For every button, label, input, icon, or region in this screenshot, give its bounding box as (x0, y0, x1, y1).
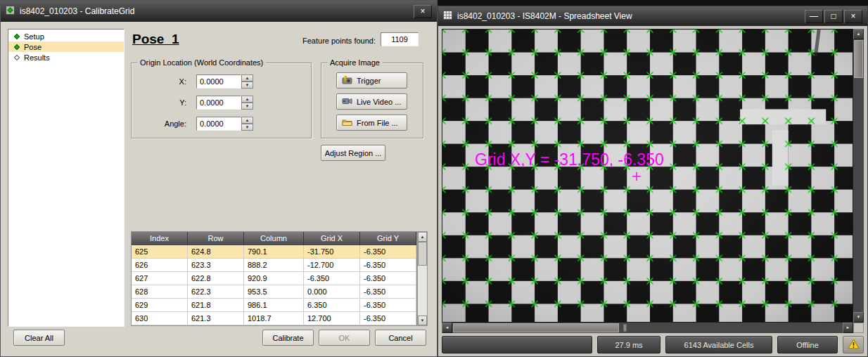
spreadsheet-app-icon (443, 10, 452, 22)
adjust-region-button[interactable]: Adjust Region ... (321, 145, 385, 161)
calibrate-window-titlebar[interactable]: is8402_010203 - CalibrateGrid × (1, 1, 437, 22)
window-controls: — □ × (803, 10, 862, 23)
scroll-down-icon[interactable]: ▼ (853, 312, 864, 323)
cell-row: 621.3 (188, 312, 244, 325)
y-spin-up-icon[interactable]: ▲ (241, 96, 253, 103)
cell-grid-x: 12.700 (304, 312, 360, 325)
tree-item-label: Results (24, 53, 50, 62)
trigger-button[interactable]: Trigger (336, 72, 407, 89)
tree-item-setup[interactable]: Setup (8, 31, 124, 41)
table-row[interactable]: 630621.31018.712.700-6.350 (132, 312, 416, 325)
scroll-up-icon[interactable]: ▲ (853, 29, 864, 39)
close-icon[interactable]: × (844, 10, 862, 23)
status-acquisition-time: 27.9 ms (597, 336, 660, 353)
close-icon[interactable]: × (414, 5, 432, 18)
cell-index: 628 (132, 285, 188, 299)
horizontal-scrollbar-thumb[interactable] (453, 323, 619, 332)
cell-index: 626 (132, 259, 188, 272)
y-input[interactable]: 0.0000 ▲ ▼ (196, 96, 253, 110)
image-view-area: Grid X,Y = -31.750, -6.350 ▲ ▼ ◄ ► (442, 29, 864, 333)
calibrate-button[interactable]: Calibrate (262, 330, 314, 346)
scroll-down-icon[interactable]: ▼ (418, 316, 427, 325)
calibrate-window-title: is8402_010203 - CalibrateGrid (20, 6, 134, 16)
live-video-button[interactable]: Live Video ... (336, 93, 407, 110)
clear-all-button[interactable]: Clear All (13, 330, 65, 346)
image-viewport[interactable]: Grid X,Y = -31.750, -6.350 (442, 29, 853, 323)
tree-panel: Setup Pose Results (8, 29, 125, 327)
cell-row: 624.8 (188, 245, 244, 259)
angle-label: Angle: (132, 117, 186, 131)
cell-column: 920.9 (244, 272, 304, 285)
x-spinner: ▲ ▼ (241, 74, 253, 89)
y-spinner: ▲ ▼ (241, 96, 253, 110)
cell-grid-y: -6.350 (360, 312, 416, 325)
ok-button[interactable]: OK (319, 330, 370, 346)
y-spin-down-icon[interactable]: ▼ (241, 103, 253, 110)
x-spin-down-icon[interactable]: ▼ (241, 82, 253, 89)
angle-spinner: ▲ ▼ (241, 117, 253, 131)
cancel-button[interactable]: Cancel (375, 330, 426, 346)
column-header: Column (244, 232, 304, 245)
maximize-icon[interactable]: □ (824, 10, 843, 23)
table-scrollbar[interactable]: ▲ ▼ (417, 231, 428, 326)
x-label: X: (132, 74, 186, 89)
cell-column: 986.1 (244, 299, 304, 312)
diamond-hollow-icon (14, 54, 20, 60)
table-row[interactable]: 627622.8920.9-6.350-6.350 (132, 272, 416, 285)
cell-row: 622.8 (188, 272, 244, 285)
cell-grid-y: -6.350 (360, 245, 416, 259)
table-scrollbar-thumb[interactable] (418, 242, 427, 266)
pane-splitter-handle[interactable] (623, 324, 627, 332)
desktop: is8402_010203 - CalibrateGrid × Setup Po… (0, 0, 868, 357)
folder-icon (342, 118, 352, 128)
scroll-left-icon[interactable]: ◄ (442, 323, 452, 333)
x-input[interactable]: 0.0000 ▲ ▼ (196, 74, 253, 89)
cell-grid-x: -31.750 (304, 245, 360, 259)
diamond-icon (14, 33, 20, 39)
cell-index: 627 (132, 272, 188, 285)
y-input-value[interactable]: 0.0000 (196, 96, 241, 110)
status-warning-indicator[interactable] (843, 336, 864, 353)
status-segment-main (442, 336, 592, 353)
diamond-icon (14, 44, 20, 49)
table-row[interactable]: 628622.3953.50.000-6.350 (132, 285, 416, 299)
scroll-up-icon[interactable]: ▲ (418, 232, 427, 242)
from-file-button[interactable]: From File ... (336, 115, 407, 131)
spreadsheet-view-window: is8402_010203 - IS8402M - Spreadsheet Vi… (438, 6, 868, 357)
cell-grid-x: -12.700 (304, 259, 360, 272)
vertical-scrollbar[interactable]: ▲ ▼ (853, 29, 864, 323)
tree-item-pose[interactable]: Pose (8, 41, 124, 52)
cell-row: 622.3 (188, 285, 244, 299)
tree-item-results[interactable]: Results (8, 52, 124, 63)
cell-column: 1018.7 (244, 312, 304, 325)
angle-input[interactable]: 0.0000 ▲ ▼ (196, 117, 253, 131)
tree-item-label: Setup (24, 32, 44, 41)
pose-title: Pose 1 (132, 32, 179, 47)
feature-points-label: Feature points found: (240, 37, 376, 45)
cell-grid-y: -6.350 (360, 272, 416, 285)
angle-spin-up-icon[interactable]: ▲ (241, 117, 253, 124)
horizontal-scrollbar[interactable]: ◄ ► (442, 323, 853, 333)
x-spin-up-icon[interactable]: ▲ (241, 74, 253, 82)
acquire-image-group: Acquire Image Trigger Live Video ... Fro… (321, 63, 423, 138)
angle-spin-down-icon[interactable]: ▼ (241, 124, 253, 131)
table-row[interactable]: 625624.8790.1-31.750-6.350 (132, 245, 416, 259)
cell-grid-y: -6.350 (360, 285, 416, 299)
cell-column: 790.1 (244, 245, 304, 259)
cell-index: 625 (132, 245, 188, 259)
scroll-right-icon[interactable]: ► (843, 323, 853, 333)
table-body: 625624.8790.1-31.750-6.350 626623.3888.2… (132, 245, 416, 325)
x-input-value[interactable]: 0.0000 (196, 74, 241, 89)
cell-grid-y: -6.350 (360, 259, 416, 272)
minimize-icon[interactable]: — (805, 10, 823, 23)
feature-point-table: Index Row Column Grid X Grid Y 625624.87… (131, 231, 417, 326)
column-header: Index (132, 232, 188, 245)
table-row[interactable]: 626623.3888.2-12.700-6.350 (132, 259, 416, 272)
grid-overlay-text: Grid X,Y = -31.750, -6.350 (475, 150, 664, 169)
vertical-scrollbar-thumb[interactable] (854, 40, 863, 78)
table-row[interactable]: 629621.8986.16.350-6.350 (132, 299, 416, 312)
column-header: Grid Y (360, 232, 416, 245)
spreadsheet-window-titlebar[interactable]: is8402_010203 - IS8402M - Spreadsheet Vi… (438, 6, 867, 26)
origin-group-title: Origin Location (World Coordinates) (137, 58, 266, 67)
angle-input-value[interactable]: 0.0000 (196, 117, 241, 131)
